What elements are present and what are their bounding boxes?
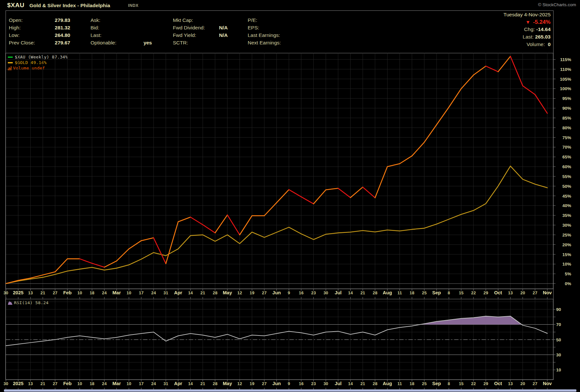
svg-text:30: 30 [556, 352, 561, 357]
main-price-chart: 0%5%10%15%20%25%30%35%40%45%50%55%60%65%… [0, 53, 580, 299]
svg-text:21: 21 [360, 381, 365, 386]
svg-text:27: 27 [53, 290, 57, 295]
quote-label: Next Earnings: [248, 40, 281, 46]
svg-text:35%: 35% [562, 213, 571, 218]
svg-text:11: 11 [397, 381, 402, 386]
svg-text:19: 19 [250, 381, 254, 386]
svg-text:8: 8 [448, 290, 450, 295]
svg-text:10: 10 [126, 290, 131, 295]
svg-text:0%: 0% [565, 281, 571, 286]
quote-value: 279.67 [18, 40, 70, 46]
symbol-name: Gold & Silver Index - Philadelphia [29, 3, 110, 8]
svg-text:Jul: Jul [335, 381, 341, 386]
svg-text:25%: 25% [562, 233, 571, 237]
svg-text:10: 10 [126, 381, 131, 386]
svg-text:30%: 30% [562, 223, 571, 228]
svg-text:10%: 10% [562, 262, 571, 267]
svg-text:55%: 55% [562, 174, 571, 179]
svg-text:30: 30 [323, 290, 328, 295]
change-row: Chg: -14.64 [524, 26, 551, 32]
svg-text:22: 22 [471, 381, 476, 386]
svg-text:31: 31 [163, 290, 168, 295]
svg-text:Sep: Sep [432, 381, 441, 386]
svg-text:14: 14 [188, 290, 193, 295]
svg-text:8: 8 [448, 381, 450, 386]
horizontal-scrollbar[interactable] [4, 389, 576, 392]
svg-text:Nov: Nov [543, 290, 552, 295]
svg-text:Feb: Feb [63, 290, 72, 295]
svg-text:18: 18 [90, 381, 94, 386]
svg-text:80%: 80% [562, 125, 571, 130]
svg-text:18: 18 [90, 290, 94, 295]
svg-text:95%: 95% [562, 96, 571, 101]
svg-text:40%: 40% [562, 203, 571, 208]
svg-text:45%: 45% [562, 194, 571, 199]
svg-text:21: 21 [41, 381, 45, 386]
svg-text:Mar: Mar [112, 381, 121, 386]
svg-text:15%: 15% [562, 252, 571, 257]
svg-text:Jun: Jun [273, 290, 281, 295]
svg-text:11: 11 [397, 290, 402, 295]
svg-text:60%: 60% [562, 164, 571, 169]
svg-text:14: 14 [348, 290, 353, 295]
svg-text:21: 21 [200, 381, 205, 386]
volume-row: Volume: 0 [526, 41, 551, 47]
quote-label: EPS: [248, 25, 259, 31]
svg-text:29: 29 [483, 381, 488, 386]
svg-text:90: 90 [556, 307, 561, 312]
svg-text:17: 17 [139, 381, 143, 386]
svg-text:21: 21 [200, 290, 205, 295]
quote-date: Tuesday 4-Nov-2025 [504, 12, 551, 18]
svg-text:27: 27 [533, 381, 537, 386]
svg-text:14: 14 [188, 381, 193, 386]
rsi-indicator-chart: 1030507090302025132127Feb101824Mar101724… [0, 299, 580, 392]
svg-text:20: 20 [520, 290, 525, 295]
svg-text:12: 12 [237, 290, 242, 295]
svg-text:Oct: Oct [494, 381, 502, 386]
svg-text:21: 21 [360, 290, 365, 295]
quote-value: N/A [175, 25, 228, 31]
svg-text:18: 18 [410, 290, 414, 295]
svg-text:65%: 65% [562, 155, 571, 159]
svg-text:28: 28 [373, 381, 377, 386]
svg-text:10: 10 [77, 381, 82, 386]
svg-text:110%: 110% [560, 67, 571, 72]
svg-text:15: 15 [459, 290, 463, 295]
quote-label: Ask: [91, 17, 100, 23]
quote-label: Last Earnings: [248, 32, 280, 38]
svg-text:14: 14 [348, 381, 353, 386]
svg-text:Feb: Feb [63, 381, 72, 386]
svg-text:Nov: Nov [543, 381, 552, 386]
svg-text:75%: 75% [562, 135, 571, 140]
svg-text:May: May [223, 290, 232, 295]
svg-text:10: 10 [556, 368, 561, 372]
quote-value: 279.83 [18, 17, 70, 23]
svg-text:27: 27 [262, 381, 267, 386]
svg-text:20: 20 [520, 381, 525, 386]
svg-text:Oct: Oct [494, 290, 502, 295]
svg-text:5%: 5% [565, 271, 571, 276]
svg-text:24: 24 [102, 381, 107, 386]
svg-text:30: 30 [323, 381, 328, 386]
quote-label: Last: [91, 32, 102, 38]
svg-text:85%: 85% [562, 116, 571, 121]
chart-header: $XAU Gold & Silver Index - Philadelphia … [0, 0, 580, 10]
quote-label: Mkt Cap: [173, 17, 193, 23]
svg-text:May: May [223, 381, 232, 386]
quote-label: P/E: [248, 17, 257, 23]
svg-text:9: 9 [288, 290, 290, 295]
svg-text:17: 17 [139, 290, 143, 295]
svg-text:70%: 70% [562, 145, 571, 150]
quote-label: Bid: [91, 25, 99, 31]
svg-text:Apr: Apr [174, 381, 182, 386]
svg-text:30: 30 [4, 290, 8, 295]
svg-text:27: 27 [533, 290, 537, 295]
svg-text:24: 24 [151, 290, 156, 295]
svg-text:Aug: Aug [383, 381, 392, 386]
svg-text:115%: 115% [560, 57, 571, 62]
svg-text:Mar: Mar [112, 290, 121, 295]
frame-top-border [6, 10, 554, 11]
symbol: $XAU [7, 2, 25, 9]
svg-text:13: 13 [508, 381, 513, 386]
svg-text:23: 23 [311, 290, 316, 295]
